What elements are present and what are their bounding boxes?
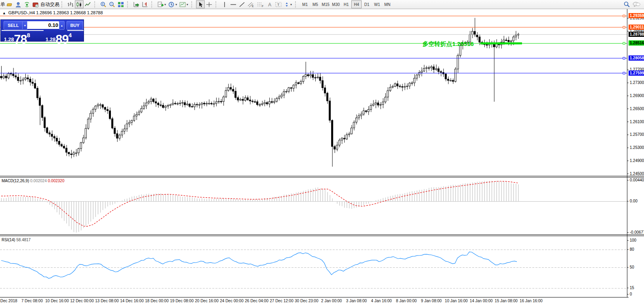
line-anchor-marker[interactable] (623, 72, 625, 74)
svg-text:F: F (262, 5, 263, 8)
svg-text:E: E (252, 5, 254, 8)
price-tick-label: 1.24500 (630, 172, 644, 176)
auto-scroll-icon[interactable] (132, 0, 141, 8)
time-tick-label: 8 Jan 00:00 (396, 299, 417, 303)
price-tick-label: 1.25300 (630, 145, 644, 150)
equidistant-channel-icon[interactable]: E (246, 0, 256, 8)
horizontal-line-icon[interactable] (229, 0, 238, 8)
timeframe-mn[interactable]: MN (382, 0, 392, 8)
time-tick-label: 9 Jan 08:00 (421, 299, 442, 303)
sell-button[interactable]: SELL (4, 21, 23, 30)
toolbar-separator (127, 1, 131, 8)
chart-ohlc-values: 1.28696 1.28963 1.28668 1.28788 (36, 10, 103, 15)
text-icon[interactable]: A (265, 0, 274, 8)
line-anchor-marker[interactable] (623, 57, 625, 59)
time-tick-label: 12 Dec 00:00 (70, 299, 94, 303)
pivot-line-price-label: 1.28516 (629, 40, 644, 46)
new-order-icon[interactable] (5, 0, 14, 8)
periods-clock-icon[interactable]: ▾ (167, 0, 178, 8)
zoom-in-icon[interactable] (99, 0, 108, 8)
line-anchor-marker[interactable] (623, 42, 625, 44)
symbol-triangle-icon: ▲ (2, 11, 6, 15)
new-chart-icon[interactable]: ▾ (156, 0, 167, 8)
toolbar-separator (94, 1, 98, 8)
chart-canvas[interactable]: 多空转折点1.28516 (0, 0, 644, 305)
chart-annotation-text[interactable]: 多空转折点1.28516 (423, 40, 474, 48)
time-tick-label: 4 Jan 16:00 (371, 299, 392, 303)
indicator-tick-label: 100 (630, 238, 636, 242)
chevron-down-icon: ▾ (164, 3, 166, 6)
time-tick-label: 20 Dec 16:00 (195, 299, 219, 303)
volume-input[interactable] (27, 22, 59, 29)
sell-price[interactable]: 1.28788 (4, 32, 30, 47)
time-tick-label: 19 Dec 08:00 (170, 299, 194, 303)
chat-icon[interactable] (631, 0, 642, 8)
chart-shift-icon[interactable] (141, 0, 149, 8)
chart-header: ▲ GBPUSD-,H4 1.28696 1.28963 1.28668 1.2… (2, 10, 103, 15)
time-tick-label: 16 Jan 16:00 (520, 299, 543, 303)
indicator-tick-label: 50 (630, 265, 634, 269)
buy-price[interactable]: 1.28894 (46, 32, 72, 47)
timeframe-w1[interactable]: W1 (372, 0, 382, 8)
indicator-tick-label: 0 (630, 292, 632, 296)
chevron-down-icon: ▾ (187, 3, 188, 6)
timeframe-m1[interactable]: M1 (300, 0, 310, 8)
timeframe-m5[interactable]: M5 (310, 0, 320, 8)
toolbar: 单 自动交易 ▾ ▾ ▾ E F A T ▾ M1 M5 M1 (0, 0, 644, 9)
line-chart-icon[interactable] (84, 0, 92, 8)
price-tick-label: 1.25700 (630, 132, 644, 137)
rsi-label: RSI(14) 58.4817 (2, 238, 30, 242)
svg-text:A: A (268, 2, 271, 8)
rsi-line (1, 252, 517, 278)
time-tick-label: 27 Dec 12:00 (270, 299, 293, 303)
crosshair-icon[interactable] (205, 0, 213, 8)
timeframe-m30[interactable]: M30 (331, 0, 341, 8)
line-anchor-marker[interactable] (623, 26, 625, 28)
price-tick-label: 1.27300 (630, 80, 644, 85)
time-tick-label: 18 Dec 00:00 (145, 299, 169, 303)
terminal-icon[interactable] (14, 0, 23, 8)
timeframe-m15[interactable]: M15 (320, 0, 331, 8)
time-tick-label: 13 Dec 08:00 (95, 299, 119, 303)
timeframe-d1[interactable]: D1 (362, 0, 372, 8)
time-tick-label: 14 Dec 16:00 (120, 299, 144, 303)
trendline-icon[interactable] (238, 0, 246, 8)
resistance-line-price-label: 1.29359 (629, 13, 644, 18)
autotrade-icon[interactable] (31, 0, 40, 8)
time-tick-label: 2 Jan 00:00 (321, 299, 342, 303)
fibonacci-icon[interactable]: F (256, 0, 265, 8)
horizontal-lines[interactable] (0, 15, 627, 74)
timeframe-h4[interactable]: H4 (351, 0, 362, 8)
price-tick-label: 1.26100 (630, 120, 644, 124)
tile-windows-icon[interactable] (116, 0, 125, 8)
autotrade-label[interactable]: 自动交易 (40, 1, 59, 8)
macd-label: MACD(12,26,9) 0.002024 0.002320 (2, 179, 64, 183)
line-anchor-marker[interactable] (623, 15, 625, 17)
price-tick-label: 1.26500 (630, 107, 644, 111)
buy-button[interactable]: BUY (67, 21, 83, 30)
chevron-down-icon: ▾ (290, 3, 292, 6)
support-line-price-label: 1.28058 (629, 55, 644, 61)
arrows-icon[interactable]: ▾ (283, 0, 293, 8)
price-tick-label: 1.24900 (630, 158, 644, 163)
macd-main-value: 0.002024 (30, 179, 47, 183)
zoom-out-icon[interactable] (108, 0, 116, 8)
search-icon[interactable] (622, 0, 631, 8)
bar-chart-icon[interactable] (66, 0, 75, 8)
support-line-price-label: 1.27599 (629, 71, 644, 76)
candlestick-chart-icon[interactable] (75, 0, 84, 8)
macd-signal-value: 0.002320 (48, 179, 65, 183)
new-order-partial-label[interactable]: 单 (0, 1, 5, 8)
svg-text:T: T (277, 3, 280, 7)
vertical-line-icon[interactable] (220, 0, 229, 8)
chart-profiles-icon[interactable]: ▾ (178, 0, 189, 8)
text-label-icon[interactable]: T (274, 0, 283, 8)
time-tick-label: 7 Dec 08:00 (21, 299, 43, 303)
indicator-tick-label: 0.00 (630, 199, 637, 203)
signals-icon[interactable] (23, 0, 31, 8)
timeframe-h1[interactable]: H1 (341, 0, 351, 8)
sell-underline (2, 30, 44, 31)
cursor-icon[interactable] (196, 0, 205, 8)
volume-increase-button[interactable]: ▲ (59, 21, 65, 30)
toolbar-separator (215, 1, 219, 8)
